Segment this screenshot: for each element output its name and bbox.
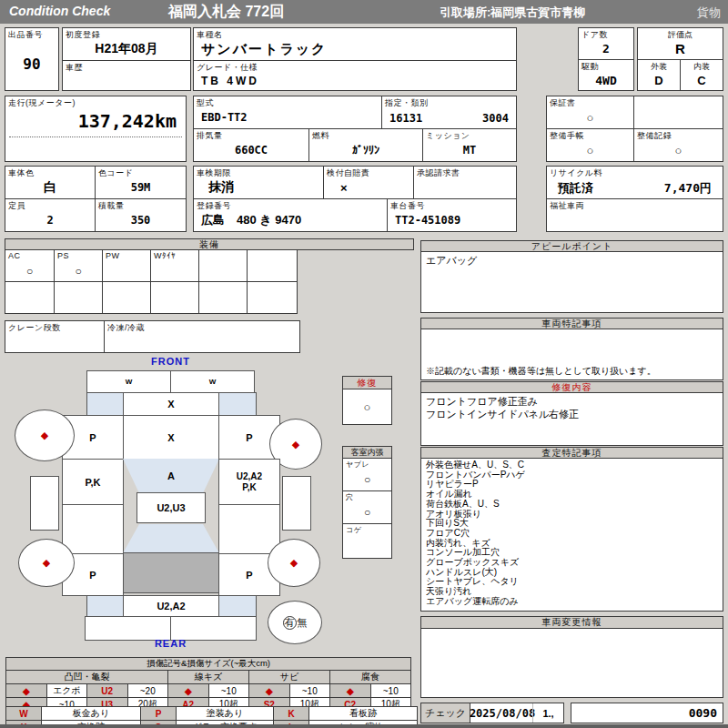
equipment-label-wtire: Wﾀｲﾔ: [154, 251, 176, 260]
fuel-cell: 燃料 ｶﾞｿﾘﾝ: [308, 128, 423, 162]
diagram-rear-bumper-right: [170, 616, 257, 641]
legend-code: K: [274, 707, 309, 721]
diagram-wheel-rear-right: ◆: [268, 539, 320, 587]
displacement-value: 660CC: [194, 139, 308, 161]
damage-legend-table: 損傷記号&損傷サイズ(~最大cm) 凸凹・亀裂 線キズ サビ 腐食 ◆ エクボ …: [5, 657, 411, 712]
drive-cell: 駆動 4WD: [578, 59, 634, 91]
equipment-label-ac: AC: [8, 251, 21, 260]
diagram-cowl-left: [86, 392, 124, 416]
equipment-cell-ps: PS ○: [54, 249, 103, 282]
approval-request-value: [414, 177, 516, 198]
diagram-rear-label: REAR: [127, 638, 214, 649]
legend-group-scratch: 線キズ: [168, 671, 249, 684]
diagram-rear-corner-left: [86, 595, 124, 617]
diagram-tailgate: U2,A2: [123, 595, 219, 617]
lot-number-cell: 出品番号 90: [5, 27, 59, 91]
equipment-cell-6: [247, 249, 298, 282]
body-color-value: 白: [5, 177, 95, 198]
diagram-side-rail-left: [30, 476, 59, 531]
registration-number-cell: 登録番号 広島 480 き 9470: [193, 198, 388, 232]
legend-value: 看板跡: [309, 707, 418, 721]
diagram-roof: A: [123, 459, 219, 493]
repair-box-value-cell: ○: [342, 389, 392, 425]
exterior-grade-value: D: [638, 70, 680, 90]
equipment-value-ps: ○: [55, 260, 102, 281]
diamond-icon: ◆: [249, 684, 290, 698]
diagram-front-label: FRONT: [127, 356, 214, 367]
legend-value: ~10: [208, 684, 249, 698]
model-code-cell: 型式 EBD-TT2: [193, 96, 382, 129]
recycle-fee-cell: リサイクル料 預託済 7,470円: [546, 166, 723, 199]
color-code-cell: 色コード 59M: [95, 166, 187, 199]
grade-cell: グレード・仕様 TB 4WD: [193, 60, 517, 91]
reefer-cell: 冷凍/冷蔵: [104, 320, 300, 353]
inspection-expiry-value: 抹消: [194, 177, 323, 198]
equipment-label-ps: PS: [57, 251, 69, 260]
maintenance-book-value: ○: [547, 139, 633, 161]
transmission-value: MT: [423, 139, 516, 161]
recycle-status-value: 預託済: [558, 180, 593, 197]
diagram-wheel-front-left: ◆: [15, 410, 75, 461]
diagram-front-bumper-left: W: [86, 370, 171, 393]
warranty-cell: 保証書 ○: [546, 96, 634, 129]
legend-data-row: ◆ エクボ U2 ~20 ◆ ~10 ◆ ~10 ◆ ~10: [6, 684, 411, 698]
class-number-value: 3004: [482, 112, 509, 125]
change-info-title: 車両変更情報: [420, 616, 723, 629]
equipment-cell-r2-4: [150, 281, 199, 314]
diagram-bed-front: [123, 524, 219, 553]
first-registration-cell: 初度登録 H21年08月: [62, 27, 191, 61]
appeal-section-content: エアバッグ: [420, 251, 723, 313]
legend-title-row: 損傷記号&損傷サイズ(~最大cm): [6, 658, 411, 671]
doors-value: 2: [579, 38, 633, 59]
equipment-cell-r2-5: [198, 281, 248, 314]
cabin-hole-value: ○: [343, 501, 391, 523]
vehicle-history-cell: 車歴: [62, 60, 191, 91]
repair-box-value: ○: [343, 389, 391, 424]
legend-group-rust: サビ: [249, 671, 330, 684]
spare-no-mark: 無: [298, 616, 308, 630]
equipment-value-wtire: [151, 260, 198, 281]
brand-title: Condition Check: [9, 4, 110, 18]
equipment-value-ac: ○: [5, 260, 54, 281]
category-label: 貨物: [697, 5, 721, 21]
legend-code: P: [141, 707, 177, 721]
cabin-hole-cell: 穴 ○: [342, 490, 392, 524]
change-info-content: [420, 628, 723, 698]
exterior-grade-cell: 外装 D: [637, 59, 681, 91]
drive-value: 4WD: [579, 70, 633, 90]
check-code-cell: 0090: [571, 703, 723, 723]
chassis-number-cell: 車台番号 TT2-451089: [387, 198, 517, 232]
crane-value: [5, 331, 104, 352]
fuel-value: ｶﾞｿﾘﾝ: [309, 139, 422, 161]
cabin-tear-cell: ヤブレ ○: [342, 458, 392, 491]
legend-value: ~10: [289, 684, 330, 698]
repair-detail-content: フロントフロア修正歪み フロントインサイドパネル右修正: [420, 392, 723, 446]
diagram-rear-corner-right: [218, 595, 257, 617]
load-capacity-value: 350: [96, 209, 186, 231]
special-notes-content: ※記載のない書類・機器等は無しとして取り扱います。: [420, 329, 723, 380]
bottom-bar: [0, 724, 728, 728]
welfare-vehicle-cell: 福祉車両: [546, 198, 723, 232]
maintenance-record-cell: 整備記録 ○: [633, 128, 723, 162]
body-color-cell: 車体色 白: [5, 166, 96, 199]
check-date-value: 2025/08/08: [470, 703, 534, 723]
check-code-value: 0090: [689, 703, 717, 723]
diagram-cowl-panel: X: [123, 392, 219, 416]
legend-value: ~10: [370, 684, 411, 698]
model-name-cell: 車種名 サンバートラック: [193, 27, 517, 61]
warranty-value: ○: [547, 106, 633, 128]
grade-value: TB 4WD: [194, 71, 516, 90]
type-class-cell: 指定・類別 16131 3004: [381, 96, 517, 129]
interior-grade-value: C: [681, 70, 723, 90]
header-bar: Condition Check 福岡入札会 772回 引取場所:福岡県古賀市青柳…: [0, 0, 728, 24]
recycle-fee-value: 7,470円: [664, 180, 712, 197]
color-code-value: 59M: [96, 177, 186, 198]
load-capacity-cell: 積載量 350: [95, 198, 187, 232]
diagram-bed-panel-left: [62, 504, 124, 554]
equipment-cell-r2-1: [5, 281, 55, 314]
cabin-tear-value: ○: [343, 469, 391, 490]
legend-code: W: [6, 707, 42, 721]
diamond-icon: ◆: [330, 684, 371, 698]
diagram-bed-panel-right: [218, 504, 280, 554]
crane-cell: クレーン段数: [5, 320, 105, 353]
